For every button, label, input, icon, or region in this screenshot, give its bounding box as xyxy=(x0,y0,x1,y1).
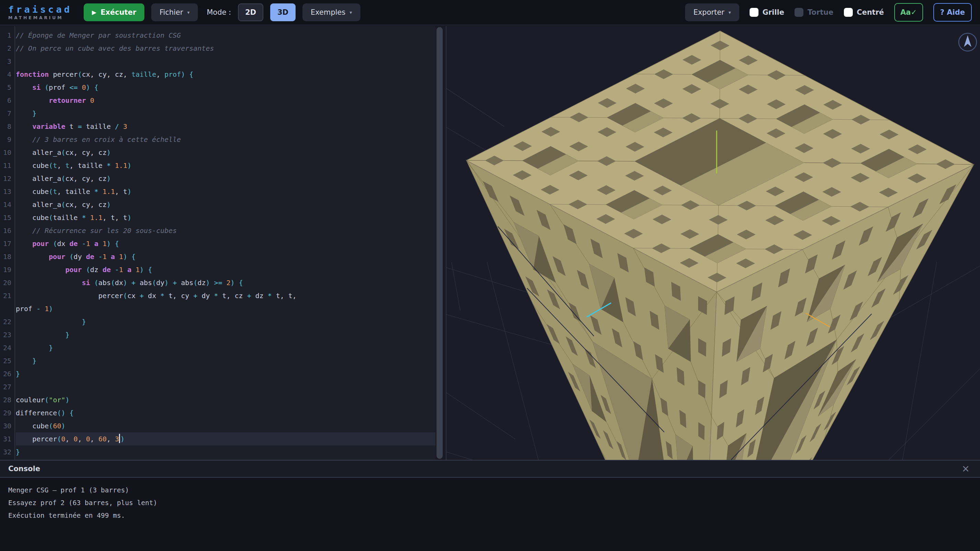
code-line[interactable]: prof - 1) xyxy=(16,302,436,315)
code-line[interactable]: cube(t, t, taille * 1.1) xyxy=(16,159,436,172)
grid-checkbox[interactable] xyxy=(749,8,759,17)
code-token: de xyxy=(102,265,111,274)
code-token: aller_a xyxy=(32,200,61,209)
code-token: - xyxy=(37,305,40,313)
code-token xyxy=(65,409,70,417)
code-line[interactable]: percer(cx + dx * t, cy + dy * t, cz + dz… xyxy=(16,289,436,302)
line-number: 6 xyxy=(0,94,14,107)
code-line[interactable]: } xyxy=(16,367,436,380)
code-token xyxy=(90,279,94,287)
line-number: 23 xyxy=(0,328,14,341)
code-token: a xyxy=(127,265,131,274)
code-line[interactable]: aller_a(cx, cy, cz) xyxy=(16,172,436,185)
code-line[interactable]: aller_a(cx, cy, cz) xyxy=(16,146,436,159)
code-token: ) xyxy=(49,305,53,313)
viewport-3d[interactable] xyxy=(447,26,980,460)
code-token xyxy=(99,240,102,248)
code-line[interactable]: couleur("or") xyxy=(16,393,436,407)
code-line[interactable]: cube(t, taille * 1.1, t) xyxy=(16,185,436,198)
code-token xyxy=(16,422,32,430)
run-button[interactable]: ▶ Exécuter xyxy=(84,3,144,21)
code-line[interactable]: } xyxy=(16,354,436,367)
code-token: * xyxy=(160,292,164,300)
centered-checkbox[interactable] xyxy=(844,8,853,17)
code-line[interactable]: // Récurrence sur les 20 sous-cubes xyxy=(16,224,436,237)
editor-scrollbar-thumb[interactable] xyxy=(436,27,443,459)
code-token: , t xyxy=(115,187,127,196)
centered-checkbox-group: Centré xyxy=(844,8,884,17)
code-token: ) xyxy=(107,148,111,157)
code-line[interactable]: retourner 0 xyxy=(16,94,436,107)
code-line[interactable] xyxy=(16,55,436,68)
editor-scrollbar[interactable] xyxy=(436,26,447,460)
code-line[interactable]: pour (dz de -1 a 1) { xyxy=(16,263,436,276)
code-token xyxy=(185,70,189,78)
code-line[interactable]: pour (dy de -1 a 1) { xyxy=(16,250,436,263)
code-token: dx xyxy=(57,240,69,248)
code-line[interactable]: percer(0, 0, 0, 60, 3) xyxy=(16,432,436,445)
code-token: aller_a xyxy=(32,175,61,183)
line-number: 21 xyxy=(0,289,14,302)
code-line[interactable]: pour (dx de -1 a 1) { xyxy=(16,237,436,250)
code-token: ) xyxy=(86,83,90,92)
code-line[interactable]: si (prof <= 0) { xyxy=(16,81,436,94)
help-button[interactable]: ? Aide xyxy=(933,3,972,22)
code-line[interactable]: difference() { xyxy=(16,407,436,419)
code-token: cx, cy, cz xyxy=(65,200,107,209)
code-token: + xyxy=(247,292,251,300)
code-token: ) xyxy=(123,279,127,287)
toolbar: fraiscad MATHEMARIUM ▶ Exécuter Fichier … xyxy=(0,0,980,25)
code-token: () xyxy=(57,409,65,417)
code-token: 3 xyxy=(123,122,127,130)
code-token xyxy=(119,122,123,130)
code-line[interactable]: aller_a(cx, cy, cz) xyxy=(16,198,436,211)
code-token: 1.1 xyxy=(102,187,115,196)
code-line[interactable]: cube(60) xyxy=(16,419,436,432)
code-line[interactable]: cube(taille * 1.1, t, t) xyxy=(16,211,436,224)
code-line[interactable]: // 3 barres en croix à cette échelle xyxy=(16,133,436,146)
code-token xyxy=(131,265,135,274)
code-token: 1 xyxy=(45,305,49,313)
code-line[interactable] xyxy=(16,380,436,393)
code-line[interactable]: } xyxy=(16,445,436,459)
code-line[interactable]: si (abs(dx) + abs(dy) + abs(dz) >= 2) { xyxy=(16,276,436,289)
line-number: 26 xyxy=(0,367,14,380)
line-number: 12 xyxy=(0,172,14,185)
code-line[interactable]: } xyxy=(16,315,436,328)
mode-3d-button[interactable]: 3D xyxy=(270,3,296,21)
code-token: retourner xyxy=(49,96,86,105)
line-number: 22 xyxy=(0,315,14,328)
code-token: couleur xyxy=(16,396,45,404)
line-number: 25 xyxy=(0,354,14,367)
file-menu-button[interactable]: Fichier ▾ xyxy=(151,3,198,21)
code-line[interactable]: variable t = taille / 3 xyxy=(16,120,436,133)
code-token: - xyxy=(99,252,102,261)
code-line[interactable]: // On perce un cube avec des barres trav… xyxy=(16,42,436,55)
code-line[interactable]: // Éponge de Menger par soustraction CSG xyxy=(16,29,436,42)
code-token: 1 xyxy=(86,240,90,248)
code-token: 1 xyxy=(119,252,123,261)
code-token: dy xyxy=(74,252,86,261)
export-menu-button[interactable]: Exporter ▾ xyxy=(685,3,739,21)
code-token xyxy=(16,200,32,209)
line-number: 14 xyxy=(0,198,14,211)
code-line[interactable]: } xyxy=(16,341,436,354)
close-icon[interactable]: × xyxy=(962,464,980,473)
code-line[interactable]: fonction percer(cx, cy, cz, taille, prof… xyxy=(16,68,436,81)
code-token: abs xyxy=(135,279,152,287)
code-token xyxy=(16,344,49,352)
mode-2d-button[interactable]: 2D xyxy=(238,3,263,21)
line-number: 18 xyxy=(0,250,14,263)
code-line[interactable]: } xyxy=(16,328,436,341)
console-line: Essayez prof 2 (63 barres, plus lent) xyxy=(8,497,980,509)
app-title: fraiscad xyxy=(8,5,72,14)
code-line[interactable]: } xyxy=(16,107,436,120)
code-token xyxy=(16,435,32,443)
code-token: ) xyxy=(107,240,111,248)
code-area[interactable]: // Éponge de Menger par soustraction CSG… xyxy=(16,26,436,460)
chevron-down-icon: ▾ xyxy=(187,10,189,15)
code-token: + xyxy=(173,279,177,287)
code-editor[interactable]: 1234567891011121314151617181920212223242… xyxy=(0,26,436,460)
examples-menu-button[interactable]: Exemples ▾ xyxy=(302,3,360,21)
font-size-toggle-button[interactable]: Aa✓ xyxy=(894,3,923,22)
